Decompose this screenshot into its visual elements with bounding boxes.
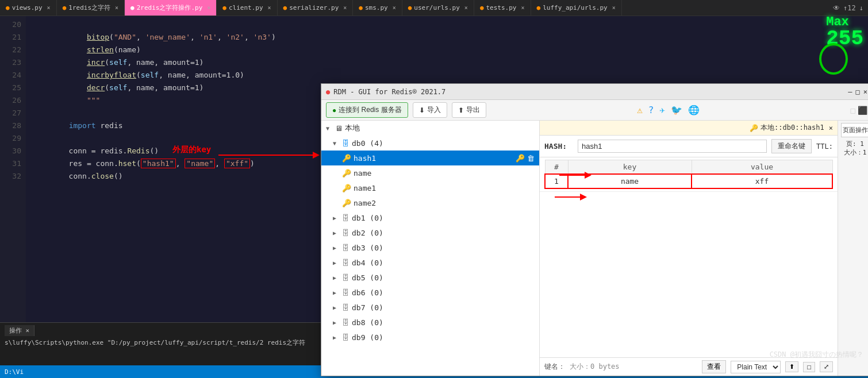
tree-db3[interactable]: ▶ 🗄 db3 (0)	[321, 240, 539, 255]
tab-client[interactable]: ● client.py ×	[217, 0, 277, 16]
ttl-label: TTL:	[816, 142, 833, 151]
close-tab-icon[interactable]: ×	[829, 124, 833, 132]
code-line-20: bitop("AND", 'new_name', 'n1', 'n2', 'n3…	[33, 18, 868, 31]
rdm-main: 🔑 本地::db0::hash1 × HASH: 重命名键 TTL: #	[540, 121, 838, 376]
tree-db1[interactable]: ▶ 🗄 db1 (0)	[321, 210, 539, 225]
hash-type-label: HASH:	[544, 142, 573, 151]
window-icon[interactable]: □	[851, 106, 855, 115]
import-icon: ⬇	[419, 106, 425, 114]
export-icon: ⬆	[458, 106, 464, 114]
window-split-icon[interactable]: ⬛	[858, 106, 867, 115]
keyname-size: 大小：0 bytes	[570, 362, 620, 372]
tab-serializer[interactable]: ● serializer.py ×	[278, 0, 354, 16]
help-icon: ?	[648, 105, 654, 115]
rdm-window: ● RDM - GUI for Redis® 2021.7 — □ × ● 连接…	[321, 83, 868, 376]
data-table-container: # key value 1 name xff	[540, 157, 838, 191]
row-num: 1	[545, 174, 568, 188]
table-row[interactable]: 1 name xff	[545, 174, 832, 188]
tree-arrow-db9: ▶	[333, 334, 340, 341]
col-header-value: value	[692, 160, 832, 175]
row-value[interactable]: xff	[692, 174, 832, 188]
tree-name[interactable]: 🔑 name	[321, 165, 539, 180]
code-line-22: incr(self, name, amount=1)	[33, 44, 868, 56]
tree-name1[interactable]: 🔑 name1	[321, 180, 539, 195]
hash-data-table: # key value 1 name xff	[544, 160, 833, 189]
tree-arrow-db0: ▼	[333, 140, 340, 146]
tree-db4[interactable]: ▶ 🗄 db4 (0)	[321, 255, 539, 270]
server-icon: 🖥	[335, 124, 343, 133]
tab-redis2[interactable]: ● 2redis之字符操作.py ×	[125, 0, 217, 16]
tree-db8[interactable]: ▶ 🗄 db8 (0)	[321, 315, 539, 330]
rdm-body: ▼ 🖥 本地 ▼ 🗄 db0 (4) 🔑 hash1 🔑 🗑 🔑 name	[321, 121, 868, 376]
connect-btn[interactable]: ● 连接到 Redis 服务器	[326, 102, 408, 118]
eye-icon: 👁	[833, 4, 840, 12]
tab-tests[interactable]: ● tests.py ×	[474, 0, 531, 16]
tree-arrow-db1: ▶	[333, 215, 340, 221]
key-tab-icon: 🔑	[750, 124, 758, 132]
row-key[interactable]: name	[568, 174, 692, 188]
tree-db0[interactable]: ▼ 🗄 db0 (4)	[321, 136, 539, 151]
page-ops-btn[interactable]: 页面操作	[841, 123, 869, 137]
tree-db5[interactable]: ▶ 🗄 db5 (0)	[321, 270, 539, 285]
key-icon-name: 🔑	[342, 169, 351, 178]
rdm-logo: ●	[326, 88, 330, 96]
delete-icon[interactable]: 🗑	[527, 154, 535, 163]
tab-views[interactable]: ● views.py ×	[0, 0, 57, 16]
arrow-up-icon: ↑12	[843, 4, 856, 12]
db9-icon: 🗄	[342, 333, 349, 342]
db3-icon: 🗄	[342, 244, 349, 252]
maximize-icon[interactable]: □	[856, 88, 860, 96]
tree-db6[interactable]: ▶ 🗄 db6 (0)	[321, 285, 539, 300]
tree-name2[interactable]: 🔑 name2	[321, 195, 539, 210]
warning-icon: ⚠	[637, 105, 643, 115]
close-icon[interactable]: ×	[863, 88, 867, 96]
copy-btn[interactable]: ⬆	[785, 361, 798, 372]
key-icon-name2: 🔑	[342, 199, 351, 207]
tab-luffy-urls[interactable]: ● luffy_api/urls.py ×	[531, 0, 622, 16]
col-header-num: #	[545, 160, 568, 175]
tree-db7[interactable]: ▶ 🗄 db7 (0)	[321, 300, 539, 315]
view-btn[interactable]: 查看	[702, 360, 726, 373]
value-area	[540, 191, 838, 357]
col-header-key: key	[568, 160, 692, 175]
key-action-icon[interactable]: 🔑	[516, 154, 525, 163]
terminal-tab[interactable]: 操作 ×	[5, 325, 34, 336]
tree-arrow-local: ▼	[326, 125, 333, 132]
hash-name-input[interactable]	[578, 140, 767, 153]
tree-arrow-db2: ▶	[333, 230, 340, 236]
rename-key-btn[interactable]: 重命名键	[771, 139, 812, 153]
telegram-icon: ✈	[659, 105, 665, 115]
tree-arrow-db8: ▶	[333, 319, 340, 326]
rdm-toolbar: ● 连接到 Redis 服务器 ⬇ 导入 ⬆ 导出 ⚠ ? ✈ 🐦 🌐 □ ⬛	[321, 100, 868, 121]
tree-arrow-db6: ▶	[333, 290, 340, 296]
keyname-label: 键名：	[544, 362, 565, 372]
tree-arrow-db3: ▶	[333, 245, 340, 251]
rdm-right-panel: 页面操作 页: 1 大小：1	[838, 121, 868, 376]
tree-hash1[interactable]: 🔑 hash1 🔑 🗑	[321, 151, 539, 165]
twitter-icon: 🐦	[671, 105, 682, 115]
plain-text-select[interactable]: Plain Text	[731, 361, 781, 373]
db-icon: 🗄	[342, 139, 349, 148]
db1-icon: 🗄	[342, 214, 349, 222]
expand-btn[interactable]: ⤢	[820, 361, 833, 372]
tree-arrow-db5: ▶	[333, 275, 340, 281]
import-btn[interactable]: ⬇ 导入	[413, 102, 447, 118]
tree-local[interactable]: ▼ 🖥 本地	[321, 121, 539, 136]
tree-db2[interactable]: ▶ 🗄 db2 (0)	[321, 225, 539, 240]
key-icon-hash1: 🔑	[342, 154, 351, 163]
hash-info-row: HASH: 重命名键 TTL:	[540, 136, 838, 157]
copy-btn2[interactable]: □	[803, 362, 815, 372]
minimize-icon[interactable]: —	[848, 88, 852, 96]
export-btn[interactable]: ⬆ 导出	[452, 102, 486, 118]
tab-sms[interactable]: ● sms.py ×	[353, 0, 402, 16]
page-info: 页: 1 大小：1	[844, 140, 867, 157]
db4-icon: 🗄	[342, 259, 349, 267]
arrow-down-icon: ↓	[859, 4, 863, 12]
tab-user-urls[interactable]: ● user/urls.py ×	[402, 0, 474, 16]
tree-db9[interactable]: ▶ 🗄 db9 (0)	[321, 330, 539, 345]
rdm-title: RDM - GUI for Redis® 2021.7	[333, 88, 445, 96]
status-location: D:\Vi	[5, 368, 24, 376]
tree-arrow-db4: ▶	[333, 260, 340, 266]
tab-redis1[interactable]: ● 1redis之字符 ×	[57, 0, 125, 16]
db6-icon: 🗄	[342, 288, 349, 297]
